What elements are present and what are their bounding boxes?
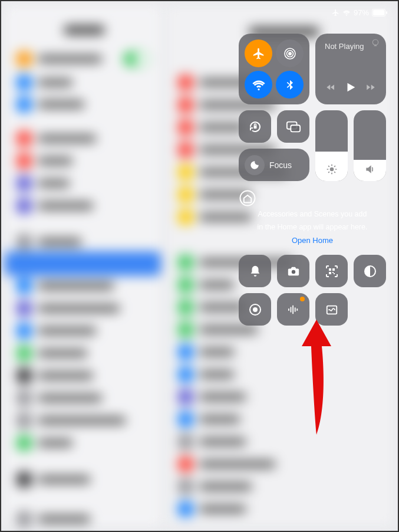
wifi-toggle[interactable] (245, 71, 272, 98)
connectivity-group[interactable] (239, 34, 309, 104)
next-track-button[interactable] (365, 82, 376, 93)
code-scanner-button[interactable] (315, 255, 348, 287)
silent-mode-button[interactable] (239, 255, 271, 287)
sun-icon (315, 163, 348, 175)
svg-point-20 (291, 270, 295, 273)
open-home-link[interactable]: Open Home (292, 236, 333, 245)
airdrop-toggle[interactable] (276, 40, 304, 67)
svg-point-6 (372, 40, 378, 45)
home-text-line1: Accessories and Scenes you add (239, 209, 386, 220)
speaker-icon (354, 163, 386, 175)
airplay-icon (371, 38, 380, 48)
battery-icon (372, 9, 387, 17)
svg-point-19 (240, 191, 255, 206)
home-text-line2: in the Home app will appear here. (239, 222, 386, 233)
orientation-lock-button[interactable] (239, 110, 271, 143)
focus-label: Focus (269, 160, 292, 170)
svg-rect-22 (332, 268, 335, 271)
svg-line-16 (334, 172, 335, 173)
svg-rect-30 (290, 307, 291, 312)
dark-mode-button[interactable] (354, 255, 386, 287)
brightness-slider[interactable] (315, 110, 348, 181)
bluetooth-toggle[interactable] (276, 71, 304, 98)
svg-rect-23 (329, 272, 331, 274)
voice-memo-button[interactable] (277, 293, 309, 326)
svg-rect-29 (288, 308, 289, 311)
screen-record-button[interactable] (239, 293, 271, 326)
shortcuts-grid (239, 255, 386, 326)
quick-note-button[interactable] (315, 293, 348, 326)
home-section: Accessories and Scenes you add in the Ho… (239, 189, 386, 245)
svg-rect-21 (329, 268, 331, 271)
battery-percent: 97% (354, 8, 369, 17)
svg-rect-32 (294, 307, 295, 311)
now-playing-card[interactable]: Not Playing (315, 34, 386, 104)
moon-icon (245, 155, 265, 175)
svg-rect-31 (292, 305, 294, 313)
svg-rect-24 (332, 272, 334, 273)
airplane-mode-toggle[interactable] (245, 40, 272, 67)
camera-button[interactable] (277, 255, 309, 287)
wifi-indicator-icon (342, 9, 351, 17)
screen-mirroring-button[interactable] (277, 110, 309, 143)
svg-rect-1 (373, 10, 385, 15)
svg-rect-33 (296, 308, 298, 311)
home-icon (239, 189, 386, 207)
svg-line-17 (328, 172, 329, 173)
svg-point-10 (329, 168, 334, 172)
volume-slider[interactable] (354, 110, 386, 181)
svg-rect-9 (291, 125, 300, 132)
focus-button[interactable]: Focus (239, 149, 309, 181)
svg-rect-2 (386, 11, 387, 14)
prev-track-button[interactable] (325, 82, 336, 93)
svg-rect-7 (253, 126, 256, 129)
svg-line-15 (328, 166, 329, 167)
recording-dot-icon (300, 297, 305, 301)
status-bar: 97% (332, 8, 387, 17)
svg-point-3 (288, 52, 291, 54)
svg-rect-25 (334, 273, 335, 274)
airplane-indicator-icon (332, 9, 339, 17)
play-button[interactable] (344, 81, 357, 94)
control-center-panel: Not Playing (239, 34, 386, 326)
svg-point-28 (253, 307, 258, 312)
svg-line-18 (334, 166, 335, 167)
